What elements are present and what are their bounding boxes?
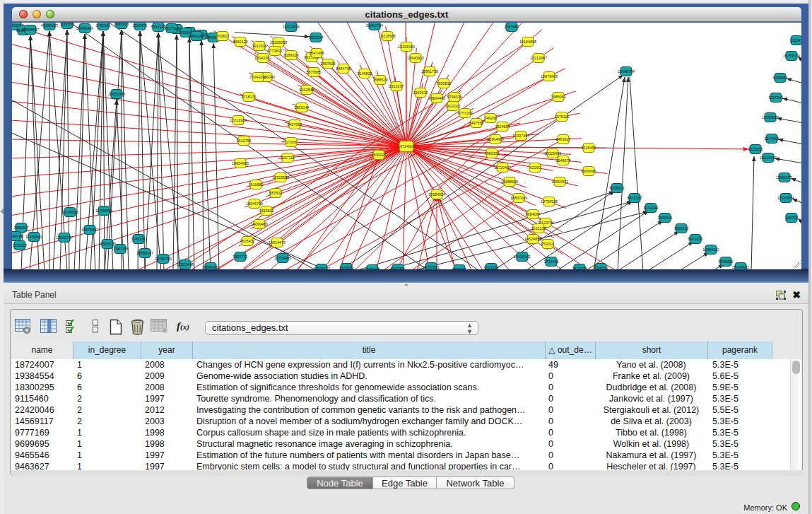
svg-text:90838637: 90838637: [22, 28, 39, 32]
svg-text:40265423: 40265423: [41, 23, 58, 28]
svg-text:16033809: 16033809: [283, 25, 300, 29]
svg-text:1615132: 1615132: [531, 226, 546, 230]
svg-text:1733426: 1733426: [544, 259, 559, 264]
svg-text:12023448: 12023448: [177, 262, 194, 267]
svg-text:20691406: 20691406: [76, 26, 93, 30]
svg-text:1824554: 1824554: [495, 124, 510, 129]
svg-text:10307457: 10307457: [512, 134, 529, 138]
svg-text:16914479: 16914479: [269, 240, 286, 245]
svg-text:9777169: 9777169: [458, 111, 473, 115]
svg-text:8108013: 8108013: [594, 266, 608, 269]
svg-text:1975115: 1975115: [555, 115, 570, 119]
svg-text:111243: 111243: [790, 38, 801, 42]
svg-text:10025433: 10025433: [544, 151, 561, 156]
svg-text:1543039: 1543039: [12, 234, 23, 238]
svg-text:10543302: 10543302: [254, 56, 271, 60]
svg-text:7632621: 7632621: [674, 226, 689, 230]
svg-text:16648784: 16648784: [618, 69, 635, 74]
svg-text:8186328: 8186328: [284, 53, 299, 57]
svg-text:6773602: 6773602: [268, 49, 283, 53]
svg-text:3215955: 3215955: [748, 147, 763, 151]
svg-text:1145191: 1145191: [131, 237, 146, 241]
svg-text:7625402: 7625402: [240, 239, 255, 243]
svg-text:13640910: 13640910: [407, 56, 424, 60]
svg-text:7955812: 7955812: [437, 81, 452, 86]
svg-text:2624731: 2624731: [572, 267, 587, 269]
svg-text:6794024: 6794024: [447, 95, 462, 99]
svg-text:1830023: 1830023: [372, 153, 387, 157]
svg-text:1493822: 1493822: [259, 209, 274, 213]
svg-text:2935114: 2935114: [658, 216, 673, 220]
svg-text:0781618: 0781618: [96, 23, 111, 28]
svg-text:7485063: 7485063: [551, 95, 566, 99]
svg-text:13325419: 13325419: [398, 45, 415, 49]
svg-text:16046706: 16046706: [246, 201, 263, 206]
svg-text:6566701: 6566701: [452, 267, 467, 269]
svg-text:9427552: 9427552: [288, 122, 302, 127]
svg-text:17016504: 17016504: [777, 196, 794, 200]
svg-text:14099483: 14099483: [251, 222, 268, 226]
svg-text:5322037: 5322037: [389, 84, 404, 88]
svg-text:19384554: 19384554: [428, 192, 445, 197]
svg-text:9115460: 9115460: [582, 146, 596, 150]
svg-text:16154808: 16154808: [519, 40, 536, 44]
svg-text:1509839: 1509839: [339, 266, 354, 269]
svg-text:72343098: 72343098: [249, 75, 266, 79]
svg-text:5534192: 5534192: [151, 25, 166, 29]
svg-text:10958107: 10958107: [136, 251, 153, 255]
svg-text:1588520: 1588520: [373, 78, 388, 82]
svg-text:8480184: 8480184: [189, 34, 204, 38]
svg-text:17006: 17006: [286, 140, 297, 144]
svg-text:20053346: 20053346: [108, 92, 125, 96]
svg-text:23226058: 23226058: [270, 40, 287, 45]
svg-text:9329961: 9329961: [773, 76, 788, 80]
svg-text:19654965: 19654965: [232, 161, 249, 165]
svg-text:12093827: 12093827: [762, 115, 779, 119]
svg-text:10973493: 10973493: [541, 74, 558, 78]
svg-text:1718227: 1718227: [13, 243, 28, 247]
svg-text:20206526: 20206526: [61, 210, 78, 214]
svg-text:10961758: 10961758: [421, 69, 438, 74]
svg-text:18807249: 18807249: [510, 196, 527, 200]
svg-text:6497568: 6497568: [469, 121, 484, 125]
svg-text:2803144: 2803144: [295, 105, 310, 110]
svg-text:2718170: 2718170: [242, 95, 257, 99]
svg-text:2867608: 2867608: [321, 62, 336, 66]
svg-text:46578713: 46578713: [313, 267, 330, 269]
svg-text:8471876: 8471876: [688, 237, 703, 241]
svg-text:19654923: 19654923: [551, 180, 568, 184]
svg-text:6513338: 6513338: [484, 266, 499, 269]
svg-text:9227341: 9227341: [769, 95, 784, 100]
svg-text:62160: 62160: [530, 165, 541, 170]
svg-text:8347382: 8347382: [391, 267, 406, 269]
svg-text:16210643: 16210643: [760, 156, 777, 160]
svg-text:12353594: 12353594: [272, 175, 289, 180]
svg-text:99737631: 99737631: [423, 265, 440, 269]
svg-text:116753: 116753: [785, 216, 798, 220]
svg-text:1362615: 1362615: [413, 90, 428, 95]
svg-text:12156829: 12156829: [25, 235, 42, 239]
svg-text:12359934: 12359934: [95, 209, 112, 213]
svg-text:9245052: 9245052: [719, 259, 734, 264]
svg-text:17957255: 17957255: [112, 247, 129, 251]
svg-text:12942737: 12942737: [56, 235, 73, 240]
svg-text:1621022: 1621022: [446, 104, 461, 108]
svg-text:1916682: 1916682: [249, 182, 264, 187]
svg-text:15720407: 15720407: [494, 165, 511, 170]
svg-text:19904448: 19904448: [428, 96, 445, 100]
svg-text:10654112: 10654112: [702, 247, 719, 252]
svg-text:16782759: 16782759: [155, 257, 172, 261]
svg-text:2087682: 2087682: [505, 25, 519, 29]
svg-text:28148932: 28148932: [732, 265, 749, 269]
svg-text:8454749: 8454749: [336, 66, 351, 71]
svg-text:9684067: 9684067: [526, 212, 541, 216]
svg-text:1549575: 1549575: [556, 158, 571, 163]
svg-text:3267110: 3267110: [281, 156, 295, 160]
svg-text:8660123: 8660123: [233, 40, 248, 44]
svg-text:12213383: 12213383: [230, 118, 247, 122]
svg-text:15751074: 15751074: [783, 54, 800, 58]
svg-text:8938923: 8938923: [610, 186, 625, 190]
svg-text:9657771: 9657771: [233, 255, 248, 259]
svg-text:5875685: 5875685: [307, 70, 322, 74]
svg-text:1610755: 1610755: [237, 139, 252, 143]
